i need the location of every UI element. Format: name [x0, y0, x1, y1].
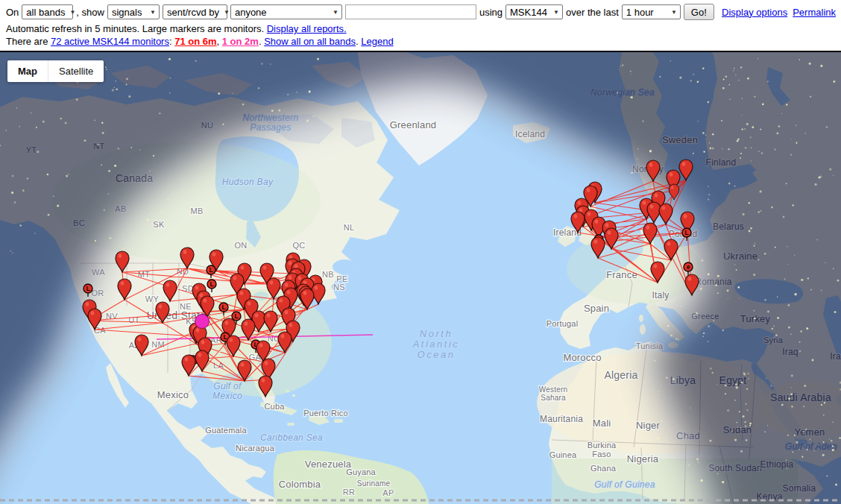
go-button[interactable]: Go! — [684, 4, 714, 20]
period-select[interactable]: 1 hour▼ — [622, 4, 681, 19]
map-tab[interactable]: Map — [7, 60, 48, 82]
chevron-down-icon: ▼ — [553, 9, 559, 16]
query-toolbar: On all bands▼ , show signals▼ sent/rcvd … — [0, 0, 841, 51]
pskreporter-page: On all bands▼ , show signals▼ sent/rcvd … — [0, 0, 841, 504]
map-type-control: Map Satellite — [7, 60, 104, 82]
satellite-tab[interactable]: Satellite — [48, 60, 104, 82]
day-night-overlay — [0, 52, 841, 504]
callsign-input[interactable] — [345, 4, 476, 19]
using-label: using — [479, 7, 503, 18]
anyone-select[interactable]: anyone▼ — [230, 4, 342, 19]
show-label: , show — [76, 7, 104, 18]
svg-text:L: L — [210, 280, 213, 288]
svg-text:e: e — [687, 263, 690, 271]
refresh-status-row: Automatic refresh in 5 minutes. Large ma… — [0, 21, 841, 34]
monitors-2m-link[interactable]: 1 on 2m — [222, 36, 259, 47]
chevron-down-icon: ▼ — [333, 9, 338, 16]
band-select[interactable]: all bands▼ — [22, 4, 73, 19]
mode-select[interactable]: MSK144▼ — [505, 4, 563, 19]
over-last-label: over the last — [566, 7, 619, 18]
sent-rcvd-select[interactable]: sent/rcvd by▼ — [163, 4, 227, 19]
permalink-link[interactable]: Permalink — [793, 7, 836, 18]
monitors-6m-link[interactable]: 71 on 6m — [174, 36, 216, 47]
map-canvas: CanadaUnited StatesMexicoGreenlandIcelan… — [0, 52, 841, 504]
display-all-reports-link[interactable]: Display all reports. — [267, 23, 347, 34]
world-map[interactable]: CanadaUnited StatesMexicoGreenlandIcelan… — [0, 51, 841, 504]
chevron-down-icon: ▼ — [671, 9, 677, 16]
svg-text:L: L — [86, 285, 89, 292]
svg-text:L: L — [221, 303, 225, 311]
svg-text:L: L — [684, 229, 688, 236]
chevron-down-icon: ▼ — [150, 9, 156, 16]
legend-link[interactable]: Legend — [361, 36, 393, 47]
monitors-summary-row: There are 72 active MSK144 monitors: 71 … — [0, 34, 841, 47]
selected-monitor-marker[interactable] — [195, 315, 210, 329]
chevron-down-icon: ▼ — [69, 9, 75, 16]
query-controls-row: On all bands▼ , show signals▼ sent/rcvd … — [0, 0, 841, 21]
chevron-down-icon: ▼ — [224, 9, 230, 16]
signals-select[interactable]: signals▼ — [107, 4, 160, 19]
svg-text:L: L — [209, 266, 212, 274]
on-label: On — [6, 7, 19, 18]
svg-text:L: L — [223, 333, 227, 341]
active-monitors-link[interactable]: 72 active MSK144 monitors — [51, 36, 169, 47]
display-options-link[interactable]: Display options — [722, 7, 787, 18]
svg-text:L: L — [234, 312, 238, 320]
refresh-status-text: Automatic refresh in 5 minutes. Large ma… — [6, 23, 264, 34]
monitors-prefix: There are — [6, 36, 51, 47]
show-all-bands-link[interactable]: Show all on all bands — [264, 36, 356, 47]
